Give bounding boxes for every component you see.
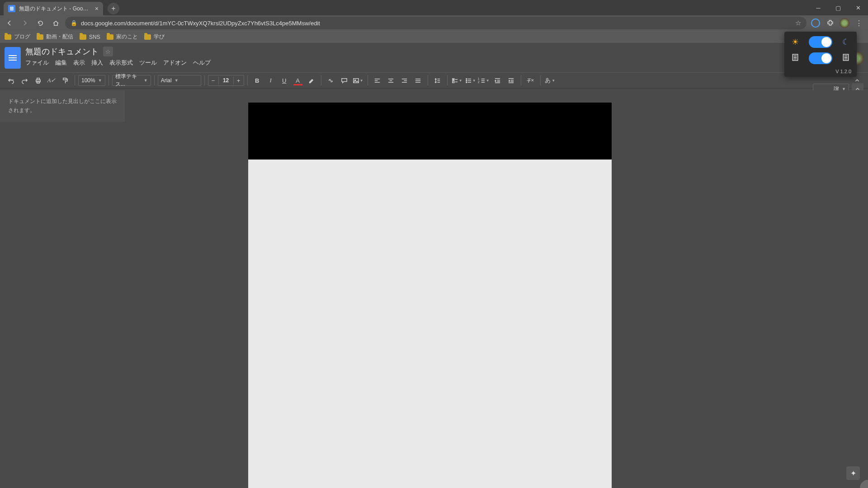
chrome-menu-button[interactable]: ⋮ <box>854 18 864 28</box>
minimize-button[interactable]: ─ <box>808 0 828 15</box>
document-title[interactable]: 無題のドキュメント <box>25 46 99 57</box>
zoom-dropdown[interactable]: 100%▼ <box>78 75 105 86</box>
indent-increase-button[interactable] <box>505 75 518 86</box>
menu-view[interactable]: 表示 <box>73 59 85 67</box>
reload-button[interactable] <box>34 17 46 29</box>
menu-tools[interactable]: ツール <box>139 59 157 67</box>
underline-button[interactable]: U <box>278 75 291 86</box>
document-page[interactable] <box>248 103 612 488</box>
darkmode-global-toggle[interactable] <box>809 36 832 48</box>
clear-formatting-button[interactable]: T✕ <box>524 75 537 86</box>
folder-icon <box>80 34 86 40</box>
styles-dropdown[interactable]: 標準テキス...▼ <box>112 75 151 86</box>
font-dropdown[interactable]: Arial▼ <box>158 75 201 86</box>
menu-addons[interactable]: アドオン <box>163 59 187 67</box>
spellcheck-button[interactable]: A✓ <box>45 75 58 86</box>
menu-help[interactable]: ヘルプ <box>193 59 211 67</box>
styles-value: 標準テキス... <box>115 73 141 88</box>
folder-icon <box>37 34 43 40</box>
page-light-icon <box>790 53 801 64</box>
star-document-button[interactable]: ☆ <box>103 47 113 56</box>
align-right-button[interactable] <box>398 75 411 86</box>
folder-icon <box>5 34 11 40</box>
bookmark-folder[interactable]: 家のこと <box>107 33 138 41</box>
insert-link-button[interactable] <box>325 75 337 86</box>
darkmode-site-toggle[interactable] <box>809 52 832 64</box>
bookmark-label: ブログ <box>14 33 30 41</box>
print-button[interactable] <box>32 75 44 86</box>
extensions-puzzle-icon[interactable] <box>825 18 835 28</box>
font-value: Arial <box>161 77 172 84</box>
forward-button[interactable] <box>19 17 31 29</box>
bookmark-label: 学び <box>154 33 165 41</box>
bookmark-folder[interactable]: SNS <box>80 34 100 40</box>
italic-button[interactable]: I <box>264 75 277 86</box>
paint-format-button[interactable] <box>59 75 71 86</box>
menu-file[interactable]: ファイル <box>25 59 49 67</box>
align-center-button[interactable] <box>385 75 397 86</box>
extension-version: V 1.2.0 <box>790 69 851 74</box>
maximize-button[interactable]: ▢ <box>828 0 848 15</box>
menu-edit[interactable]: 編集 <box>55 59 67 67</box>
align-justify-button[interactable] <box>412 75 425 86</box>
sun-icon: ☀ <box>790 37 801 47</box>
bookmarks-bar: ブログ 動画・配信 SNS 家のこと 学び <box>0 31 868 43</box>
explore-button[interactable]: ✦ <box>846 466 860 480</box>
font-size-value[interactable]: 12 <box>218 76 234 84</box>
docs-menubar: ファイル 編集 表示 挿入 表示形式 ツール アドオン ヘルプ <box>25 59 211 67</box>
outline-hint-text: ドキュメントに追加した見出しがここに表示されます。 <box>8 97 117 115</box>
docs-logo-icon[interactable] <box>5 47 21 69</box>
lock-icon: 🔒 <box>71 20 77 26</box>
omnibox[interactable]: 🔒 docs.google.com/document/d/1mYC-0cTWxy… <box>65 17 807 29</box>
insert-comment-button[interactable] <box>338 75 351 86</box>
document-canvas[interactable] <box>125 90 868 488</box>
highlight-button[interactable] <box>305 75 318 86</box>
home-button[interactable] <box>50 17 61 29</box>
svg-point-8 <box>466 78 467 79</box>
bookmark-folder[interactable]: 学び <box>144 33 165 41</box>
docs-toolbar: A✓ 100%▼ 標準テキス...▼ Arial▼ − 12 + B I U A… <box>0 72 868 89</box>
folder-icon <box>107 34 113 40</box>
svg-rect-2 <box>37 81 39 83</box>
close-tab-icon[interactable]: × <box>95 5 99 12</box>
docs-favicon <box>8 5 15 12</box>
line-spacing-button[interactable] <box>431 75 444 86</box>
window-controls: ─ ▢ ✕ <box>808 0 868 15</box>
svg-rect-1 <box>37 78 39 80</box>
browser-addressbar: 🔒 docs.google.com/document/d/1mYC-0cTWxy… <box>0 15 868 31</box>
extension-circle-icon[interactable] <box>810 18 821 28</box>
back-button[interactable] <box>4 17 15 29</box>
bookmark-label: 動画・配信 <box>46 33 73 41</box>
browser-tabstrip: 無題のドキュメント - Google ドキュ × + ─ ▢ ✕ <box>0 0 868 15</box>
profile-avatar[interactable] <box>839 18 850 28</box>
numbered-list-button[interactable]: 12▼ <box>478 75 491 86</box>
close-window-button[interactable]: ✕ <box>848 0 868 15</box>
document-outline-panel: ← ドキュメントに追加した見出しがここに表示されます。 <box>0 90 125 122</box>
input-tools-button[interactable]: あ▼ <box>544 75 557 86</box>
menu-insert[interactable]: 挿入 <box>91 59 103 67</box>
bookmark-folder[interactable]: ブログ <box>5 33 30 41</box>
svg-point-10 <box>466 82 467 83</box>
align-left-button[interactable] <box>371 75 384 86</box>
browser-tab[interactable]: 無題のドキュメント - Google ドキュ × <box>4 2 103 15</box>
redo-button[interactable] <box>18 75 31 86</box>
folder-icon <box>144 34 151 40</box>
moon-icon: ☾ <box>840 37 851 47</box>
insert-image-button[interactable]: ▼ <box>352 75 364 86</box>
font-size-group: − 12 + <box>208 75 244 86</box>
bold-button[interactable]: B <box>251 75 264 86</box>
font-size-increase[interactable]: + <box>234 75 244 85</box>
outline-collapse-button[interactable]: ← <box>8 73 15 85</box>
bulleted-list-button[interactable]: ▼ <box>464 75 477 86</box>
font-size-decrease[interactable]: − <box>208 75 218 85</box>
indent-decrease-button[interactable] <box>491 75 504 86</box>
bookmark-star-icon[interactable]: ☆ <box>795 19 801 27</box>
menu-format[interactable]: 表示形式 <box>109 59 133 67</box>
new-tab-button[interactable]: + <box>108 3 119 14</box>
checklist-button[interactable]: ▼ <box>451 75 463 86</box>
extension-popup: ☀ ☾ V 1.2.0 <box>784 32 857 77</box>
page-header-area[interactable] <box>248 103 612 160</box>
text-color-button[interactable]: A <box>292 75 304 86</box>
bookmark-folder[interactable]: 動画・配信 <box>37 33 73 41</box>
page-dark-icon <box>840 53 851 64</box>
